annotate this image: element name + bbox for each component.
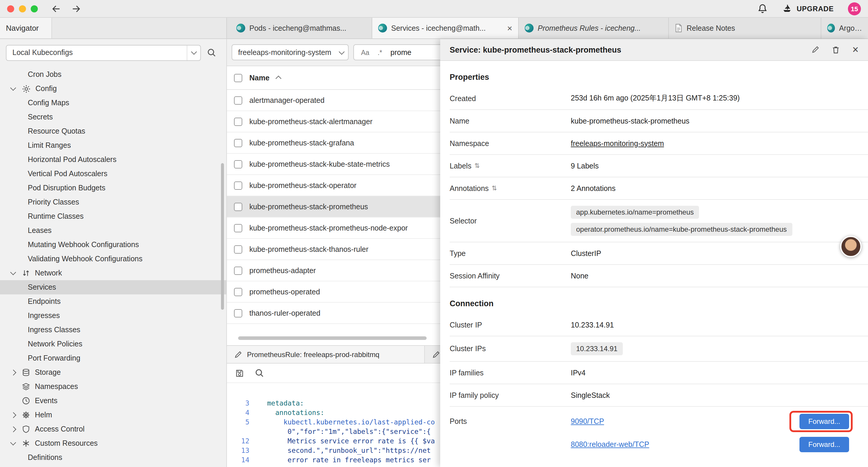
detail-value: kube-prometheus-stack-prometheus <box>571 117 689 125</box>
line-number: 5 <box>227 417 254 427</box>
scrollbar-thumb[interactable] <box>238 337 427 340</box>
sidebar-item-config-maps[interactable]: Config Maps <box>0 96 226 110</box>
forward-button[interactable]: Forward... <box>800 413 849 429</box>
sidebar-item-namespaces[interactable]: Namespaces <box>0 380 226 394</box>
badge-chip: app.kubernetes.io/name=prometheus <box>571 206 699 219</box>
notifications-bell-icon[interactable] <box>757 4 768 13</box>
sidebar-item-endpoints[interactable]: Endpoints <box>0 294 226 309</box>
detail-label: Session Affinity <box>450 272 571 280</box>
sidebar-item-leases[interactable]: Leases <box>0 224 226 238</box>
sidebar-item-ingresses[interactable]: Ingresses <box>0 309 226 323</box>
sidebar-item-horizontal-pod-autoscalers[interactable]: Horizontal Pod Autoscalers <box>0 152 226 167</box>
sort-toggle-icon[interactable]: ⇅ <box>474 162 480 170</box>
editor-search-icon[interactable] <box>255 368 264 378</box>
forward-button[interactable]: Forward... <box>800 437 849 452</box>
select-all-checkbox[interactable] <box>234 74 242 82</box>
sidebar-item-resource-quotas[interactable]: Resource Quotas <box>0 124 226 138</box>
maximize-window-button[interactable] <box>31 5 38 12</box>
line-number: 14 <box>227 455 254 465</box>
tab-release-notes[interactable]: Release Notes <box>669 18 821 38</box>
sidebar-item-mutating-webhook-configurations[interactable]: Mutating Webhook Configurations <box>0 238 226 252</box>
row-checkbox[interactable] <box>234 202 242 211</box>
back-arrow-icon[interactable] <box>51 3 61 14</box>
sidebar-item-network[interactable]: Network <box>0 266 226 280</box>
sidebar-item-helm[interactable]: Helm <box>0 408 226 422</box>
row-checkbox[interactable] <box>234 181 242 189</box>
column-name[interactable]: Name <box>249 74 270 82</box>
chevron-down-icon[interactable] <box>11 85 16 90</box>
regex-toggle[interactable]: .* <box>378 49 382 56</box>
close-tab-icon[interactable]: × <box>503 23 512 33</box>
detail-value: None <box>571 272 589 280</box>
sidebar-item-custom-resources[interactable]: Custom Resources <box>0 436 226 450</box>
delete-icon[interactable] <box>832 45 840 54</box>
row-checkbox[interactable] <box>234 224 242 232</box>
chevron-down-icon <box>186 45 200 60</box>
sidebar-search-icon[interactable] <box>207 48 216 57</box>
sidebar-item-config[interactable]: Config <box>0 82 226 96</box>
dock-tab-prometheusrule-freeleaps-prod-rabbitmq[interactable]: PrometheusRule: freeleaps-prod-rabbitmq <box>227 346 425 363</box>
pencil-icon <box>234 350 242 358</box>
chevron-right-icon[interactable] <box>11 412 16 418</box>
sidebar-item-storage[interactable]: Storage <box>0 365 226 380</box>
tab-prometheus-rules-icecheng[interactable]: Prometheus Rules - icecheng... <box>519 18 669 38</box>
chevron-right-icon[interactable] <box>11 427 16 432</box>
sidebar-item-cron-jobs[interactable]: Cron Jobs <box>0 67 226 82</box>
match-case-toggle[interactable]: Aa <box>361 49 369 56</box>
sidebar-item-ingress-classes[interactable]: Ingress Classes <box>0 323 226 337</box>
close-drawer-icon[interactable]: × <box>852 44 859 55</box>
namespace-filter[interactable]: freeleaps-monitoring-system <box>231 44 349 60</box>
sidebar-item-priority-classes[interactable]: Priority Classes <box>0 195 226 209</box>
events-icon <box>22 397 30 405</box>
chevron-down-icon[interactable] <box>11 269 16 275</box>
sidebar-item-port-forwarding[interactable]: Port Forwarding <box>0 351 226 365</box>
upgrade-button[interactable]: UPGRADE <box>782 3 834 14</box>
chevron-down-icon <box>335 45 348 60</box>
row-checkbox[interactable] <box>234 160 242 168</box>
close-window-button[interactable] <box>7 5 14 12</box>
row-checkbox[interactable] <box>234 309 242 317</box>
row-checkbox[interactable] <box>234 117 242 126</box>
sidebar-item-vertical-pod-autoscalers[interactable]: Vertical Pod Autoscalers <box>0 167 226 181</box>
sidebar-item-label: Definitions <box>28 454 62 462</box>
notification-count-badge[interactable]: 15 <box>848 2 861 15</box>
sidebar-item-secrets[interactable]: Secrets <box>0 110 226 124</box>
detail-label-text: Name <box>450 117 469 125</box>
sidebar-item-services[interactable]: Services <box>0 280 226 294</box>
tab-services-icecheng-math[interactable]: Services - icecheng@math...× <box>372 18 519 38</box>
row-checkbox[interactable] <box>234 288 242 296</box>
row-checkbox[interactable] <box>234 266 242 274</box>
minimize-window-button[interactable] <box>19 5 26 12</box>
tab-pods-icecheng-mathmas[interactable]: Pods - icecheng@mathmas... <box>230 18 372 38</box>
sidebar-item-validating-webhook-configurations[interactable]: Validating Webhook Configurations <box>0 252 226 266</box>
sidebar-item-label: Leases <box>28 226 52 235</box>
sidebar-item-limit-ranges[interactable]: Limit Ranges <box>0 138 226 152</box>
sidebar-item-runtime-classes[interactable]: Runtime Classes <box>0 209 226 224</box>
port-link[interactable]: 9090/TCP <box>571 417 604 425</box>
sidebar-item-label: Runtime Classes <box>28 212 84 221</box>
chevron-right-icon[interactable] <box>11 370 16 375</box>
kubeconfig-selector[interactable]: Local Kubeconfigs <box>6 45 201 61</box>
sidebar-item-definitions[interactable]: Definitions <box>0 450 226 465</box>
sort-toggle-icon[interactable]: ⇅ <box>492 184 497 192</box>
document-icon <box>675 24 682 32</box>
kubernetes-icon <box>378 24 387 32</box>
port-link[interactable]: 8080:reloader-web/TCP <box>571 440 649 448</box>
detail-row-namespace: Namespacefreeleaps-monitoring-system <box>450 133 868 155</box>
sidebar-item-access-control[interactable]: Access Control <box>0 422 226 436</box>
sidebar-item-events[interactable]: Events <box>0 394 226 408</box>
tab-argo-se[interactable]: Argo Se <box>821 18 868 38</box>
service-name: kube-prometheus-stack-thanos-ruler <box>249 245 368 253</box>
save-icon[interactable] <box>235 369 244 377</box>
row-checkbox[interactable] <box>234 96 242 104</box>
edit-icon[interactable] <box>812 46 820 54</box>
forward-arrow-icon[interactable] <box>71 3 82 14</box>
row-checkbox[interactable] <box>234 245 242 253</box>
sidebar-item-pod-disruption-budgets[interactable]: Pod Disruption Budgets <box>0 181 226 195</box>
sidebar-item-network-policies[interactable]: Network Policies <box>0 337 226 351</box>
namespace-link[interactable]: freeleaps-monitoring-system <box>571 139 664 147</box>
sidebar-scrollbar[interactable] <box>221 163 224 310</box>
row-checkbox[interactable] <box>234 139 242 147</box>
assistant-avatar[interactable] <box>840 236 862 257</box>
chevron-down-icon[interactable] <box>11 440 16 445</box>
